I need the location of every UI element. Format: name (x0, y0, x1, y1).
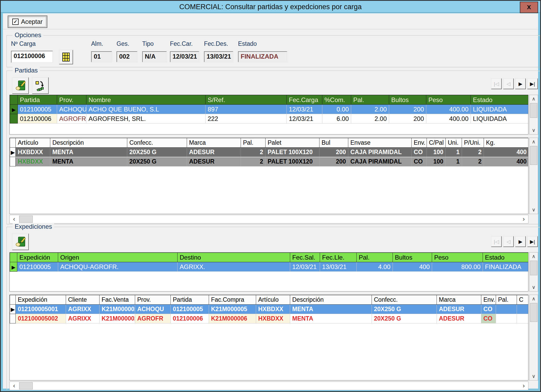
current-row-arrow-icon: ▶ (12, 107, 16, 113)
cell: AGROFR (57, 114, 86, 124)
column-header: Cliente (66, 295, 100, 305)
column-header: Marca (187, 138, 241, 148)
column-header: Confecc. (127, 138, 187, 148)
scroll-down-arrow[interactable]: ∨ (529, 372, 538, 380)
cell (496, 305, 517, 314)
scroll-thumb[interactable] (530, 103, 537, 118)
column-header: S/Ref. (206, 95, 287, 105)
cell: 1 (446, 157, 462, 166)
n-carga-input[interactable]: 012100006 (11, 51, 53, 63)
cell: 6.00 (322, 114, 351, 124)
nav-next-button[interactable]: ▶ (515, 236, 526, 247)
cell: 20X250 G (127, 148, 187, 157)
n-carga-label: Nº Carga (11, 40, 36, 47)
cell: CO (481, 314, 496, 323)
scroll-down-arrow[interactable]: ∨ (529, 206, 538, 214)
cell: LIQUIDADA (471, 105, 529, 114)
nav-last-button[interactable]: ▶| (527, 78, 538, 89)
edit-document-icon (15, 236, 26, 247)
gutter-header (10, 253, 17, 262)
alm-label: Alm. (91, 40, 103, 47)
opciones-group: Opciones Nº Carga 012100006 Alm. 01 Ges.… (7, 35, 540, 67)
opciones-group-label: Opciones (13, 31, 43, 39)
nav-prev-button[interactable]: ◁ (503, 236, 514, 247)
column-header: Fec.Carga (287, 95, 322, 105)
table-row[interactable]: ▶ HXBDXX MENTA 20X250 G ADESUR 2 PALET 1… (10, 148, 529, 157)
scroll-up-arrow[interactable]: ∧ (529, 253, 538, 260)
cell: K21M000002 (100, 305, 135, 314)
table-row[interactable]: ▶ 012100005 ACHOQU ACHO QUE BUENO, S.L 8… (10, 105, 529, 114)
fec-des-field: 13/03/21 (204, 51, 233, 62)
scroll-up-arrow[interactable]: ∧ (529, 138, 538, 146)
edit-expedicion-button[interactable] (12, 233, 29, 250)
export-rows-button[interactable] (32, 77, 49, 94)
cell: AGROFRESH, SRL. (86, 114, 206, 124)
column-header: Pal. (241, 138, 266, 148)
scroll-up-arrow[interactable]: ∧ (529, 95, 538, 103)
column-header: Fec.Sal. (290, 253, 320, 262)
edit-partida-button[interactable] (12, 77, 29, 94)
scroll-left-arrow[interactable]: ‹ (10, 215, 19, 223)
partidas-grid: Partida Prov. Nombre S/Ref. Fec.Carga %C… (9, 95, 528, 135)
scroll-up-arrow[interactable]: ∧ (529, 295, 538, 303)
app-window: COMERCIAL: Consultar partidas y expedcio… (0, 0, 541, 392)
column-header: Estado (483, 253, 529, 262)
scroll-right-arrow[interactable]: › (519, 215, 528, 223)
scroll-thumb[interactable] (19, 382, 33, 389)
partidas-grid-vscrollbar: ∧ ∨ (529, 95, 538, 135)
cell: 400 (484, 157, 529, 166)
window-title: COMERCIAL: Consultar partidas y expedcio… (1, 3, 540, 11)
articulos-grid-vscrollbar: ∧ ∨ (529, 138, 538, 214)
table-row[interactable]: HXBDXX MENTA 20X250 G ADESUR 2 PALET 100… (10, 157, 529, 166)
table-row[interactable]: ▶ 012100005 ACHOQU-AGROFR. AGRIXX. 12/03… (10, 262, 529, 272)
cell: 2 (462, 157, 484, 166)
column-header: Palet (266, 138, 319, 148)
column-header: Kg. (484, 138, 529, 148)
cell: 897 (206, 105, 287, 114)
scroll-down-arrow[interactable]: ∨ (529, 283, 538, 291)
cell: 2 (241, 157, 266, 166)
checkbox-icon: ✓ (12, 19, 19, 25)
close-button[interactable]: x (520, 2, 538, 13)
cell: 13/03/21 (320, 262, 357, 272)
cell: 012100005001 (16, 305, 66, 314)
scroll-thumb[interactable] (530, 303, 537, 322)
column-header: Fec.Lle. (320, 253, 357, 262)
expediciones-detalle-grid: Expedición Cliente Fac.Venta Prov. Parti… (9, 295, 528, 380)
aceptar-label: Aceptar (21, 18, 43, 25)
column-header: Expedición (17, 253, 58, 262)
table-row[interactable]: 012100005002 AGRIXX K21M000002 AGROFR 01… (10, 314, 529, 323)
cell: 12/03/21 (287, 105, 322, 114)
nav-last-button[interactable]: ▶| (527, 236, 538, 247)
scroll-down-arrow[interactable]: ∨ (529, 126, 538, 134)
nav-first-button[interactable]: |◁ (491, 236, 502, 247)
cell: CAJA PIRAMIDAL (348, 148, 412, 157)
nav-first-button[interactable]: |◁ (491, 78, 502, 89)
scroll-thumb[interactable] (19, 216, 33, 223)
scroll-left-arrow[interactable]: ‹ (10, 382, 19, 390)
column-header: Peso (426, 95, 471, 105)
scroll-thumb[interactable] (530, 261, 537, 275)
column-header: Peso (432, 253, 483, 262)
cell: MENTA (50, 157, 127, 166)
table-row[interactable]: 012100006 AGROFR AGROFRESH, SRL. 222 12/… (10, 114, 529, 124)
nav-next-button[interactable]: ▶ (515, 78, 526, 89)
cell: HXBDXX (16, 148, 50, 157)
column-header: Confecc. (372, 295, 437, 305)
tipo-field: N/A (142, 51, 167, 62)
column-header: P/Uni. (462, 138, 484, 148)
scroll-right-arrow[interactable]: › (519, 382, 528, 390)
scroll-thumb[interactable] (530, 146, 537, 165)
lookup-button[interactable] (59, 50, 73, 64)
aceptar-button[interactable]: ✓ Aceptar (8, 15, 47, 28)
current-row-arrow-icon: ▶ (11, 307, 15, 312)
cell: 4.00 (357, 262, 393, 272)
cell: FINALIZADA (483, 262, 529, 272)
column-header: Artículo (256, 295, 290, 305)
articulos-grid: Artículo Descripción Confecc. Marca Pal.… (9, 138, 528, 214)
cell: AGROFR (135, 314, 171, 323)
copy-rows-icon (35, 80, 46, 91)
cell: ADESUR (187, 148, 241, 157)
nav-prev-button[interactable]: ◁ (503, 78, 514, 89)
table-row[interactable]: ▶ 012100005001 AGRIXX K21M000002 ACHOQU … (10, 305, 529, 314)
